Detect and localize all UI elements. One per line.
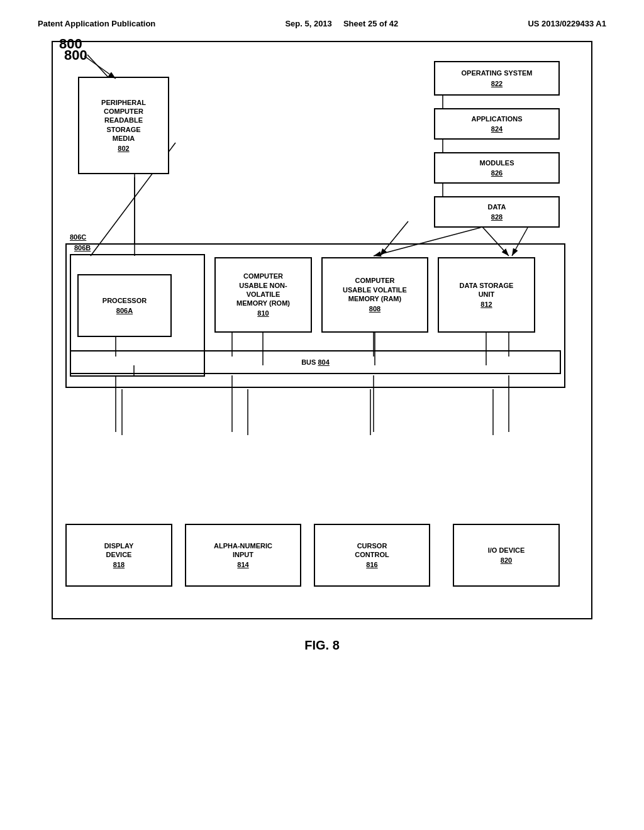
box-ram: COMPUTERUSABLE VOLATILEMEMORY (RAM) 808 xyxy=(321,257,428,333)
peripheral-label: PERIPHERALCOMPUTERREADABLESTORAGEMEDIA xyxy=(101,98,146,143)
data-label: DATA xyxy=(488,202,506,211)
alpha-numeric-ref: 814 xyxy=(237,560,248,569)
io-label: I/O DEVICE xyxy=(488,546,525,555)
diagram-area: 800 xyxy=(52,41,592,619)
page: Patent Application Publication Sep. 5, 2… xyxy=(0,0,644,830)
apps-ref: 824 xyxy=(491,124,502,133)
bus-ref: 804 xyxy=(318,358,329,366)
label-806c: 806C xyxy=(70,233,86,241)
header-sheet: Sheet 25 of 42 xyxy=(343,19,398,28)
data-ref: 828 xyxy=(491,213,502,221)
data-storage-ref: 812 xyxy=(480,300,492,309)
modules-ref: 826 xyxy=(491,169,502,177)
display-label: DISPLAYDEVICE xyxy=(104,541,134,560)
cursor-label: CURSORCONTROL xyxy=(355,541,389,560)
box-rom: COMPUTERUSABLE NON-VOLATILEMEMORY (ROM) … xyxy=(214,257,312,333)
page-header: Patent Application Publication Sep. 5, 2… xyxy=(38,19,606,28)
bus-label: BUS 804 xyxy=(301,358,330,366)
box-processor: PROCESSOR 806A xyxy=(77,274,172,337)
display-ref: 818 xyxy=(113,560,125,569)
ram-ref: 808 xyxy=(369,304,380,313)
peripheral-ref: 802 xyxy=(118,144,129,153)
label-806b: 806B xyxy=(74,244,91,252)
box-data: DATA 828 xyxy=(434,196,560,228)
box-applications: APPLICATIONS 824 xyxy=(434,108,560,140)
figure-caption: FIG. 8 xyxy=(38,638,606,653)
rom-label: COMPUTERUSABLE NON-VOLATILEMEMORY (ROM) xyxy=(236,272,290,307)
os-ref: 822 xyxy=(491,79,502,88)
header-left: Patent Application Publication xyxy=(38,19,155,28)
cursor-ref: 816 xyxy=(366,560,377,569)
box-peripheral: PERIPHERALCOMPUTERREADABLESTORAGEMEDIA 8… xyxy=(78,77,169,174)
alpha-numeric-label: ALPHA-NUMERICINPUT xyxy=(214,541,272,560)
apps-label: APPLICATIONS xyxy=(471,114,522,123)
processor-label: PROCESSOR xyxy=(103,296,147,305)
label-800: 800 xyxy=(64,47,87,64)
header-date: Sep. 5, 2013 xyxy=(285,19,331,28)
box-data-storage: DATA STORAGEUNIT 812 xyxy=(438,257,535,333)
io-ref: 820 xyxy=(501,556,512,565)
processor-ref: 806A xyxy=(116,306,133,315)
header-right: US 2013/0229433 A1 xyxy=(528,19,606,28)
box-operating-system: OPERATING SYSTEM 822 xyxy=(434,61,560,96)
rom-ref: 810 xyxy=(257,309,269,318)
box-alpha-numeric: ALPHA-NUMERICINPUT 814 xyxy=(185,524,301,587)
box-bus: BUS 804 xyxy=(70,350,561,374)
box-cursor: CURSORCONTROL 816 xyxy=(314,524,430,587)
box-modules: MODULES 826 xyxy=(434,152,560,184)
os-label: OPERATING SYSTEM xyxy=(462,69,533,77)
box-806c-outer: 806C 806B PROCESSOR 806A COMPUTERUSABLE … xyxy=(65,243,565,388)
box-io-device: I/O DEVICE 820 xyxy=(453,524,560,587)
box-display: DISPLAYDEVICE 818 xyxy=(65,524,172,587)
svg-line-29 xyxy=(84,56,116,79)
modules-label: MODULES xyxy=(480,158,514,167)
data-storage-label: DATA STORAGEUNIT xyxy=(460,281,514,299)
header-center: Sep. 5, 2013 Sheet 25 of 42 xyxy=(285,19,398,28)
ram-label: COMPUTERUSABLE VOLATILEMEMORY (RAM) xyxy=(343,276,407,303)
